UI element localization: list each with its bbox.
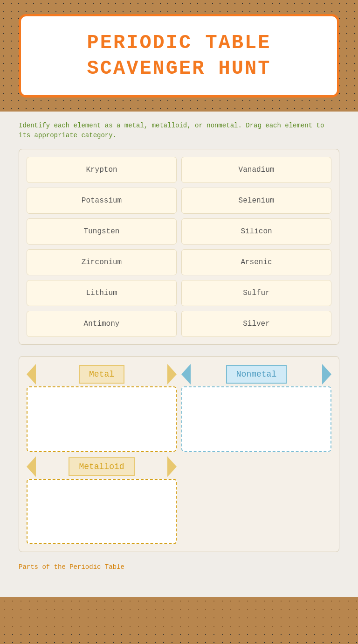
metalloid-ribbon-left xyxy=(27,456,36,477)
element-item[interactable]: Tungsten xyxy=(27,218,177,245)
element-item[interactable]: Sulfur xyxy=(181,280,331,306)
metalloid-ribbon-right xyxy=(167,456,177,477)
bottom-section xyxy=(0,597,358,634)
metalloid-zone-wrapper: Metalloid xyxy=(27,456,177,544)
element-item[interactable]: Antimony xyxy=(27,311,177,337)
drop-zones-section: Metal Nonmetal Metalloid xyxy=(19,356,339,552)
empty-zone-wrapper xyxy=(181,456,331,544)
nonmetal-zone-wrapper: Nonmetal xyxy=(181,364,331,452)
footer-link[interactable]: Parts of the Periodic Table xyxy=(19,563,339,571)
nonmetal-ribbon-right xyxy=(322,364,331,385)
element-item[interactable]: Zirconium xyxy=(27,249,177,275)
top-drop-row: Metal Nonmetal xyxy=(27,364,331,452)
element-item[interactable]: Krypton xyxy=(27,157,177,183)
metalloid-drop-area[interactable] xyxy=(27,479,177,544)
nonmetal-banner: Nonmetal xyxy=(181,364,331,385)
element-item[interactable]: Selenium xyxy=(181,188,331,214)
nonmetal-drop-area[interactable] xyxy=(181,386,331,452)
element-item[interactable]: Silicon xyxy=(181,218,331,245)
page-title: PERIODIC TABLE SCAVENGER HUNT xyxy=(40,30,318,81)
metal-drop-area[interactable] xyxy=(27,386,177,452)
elements-grid: KryptonVanadiumPotassiumSeleniumTungsten… xyxy=(27,157,331,337)
element-item[interactable]: Potassium xyxy=(27,188,177,214)
metal-banner: Metal xyxy=(27,364,177,385)
bottom-drop-row: Metalloid xyxy=(27,456,331,544)
metalloid-banner: Metalloid xyxy=(27,456,177,477)
metal-zone-wrapper: Metal xyxy=(27,364,177,452)
element-item[interactable]: Silver xyxy=(181,311,331,337)
metalloid-label: Metalloid xyxy=(69,457,134,476)
elements-container: KryptonVanadiumPotassiumSeleniumTungsten… xyxy=(19,149,339,345)
element-item[interactable]: Arsenic xyxy=(181,249,331,275)
metal-label: Metal xyxy=(79,365,124,384)
title-card: PERIODIC TABLE SCAVENGER HUNT xyxy=(19,14,339,98)
metal-ribbon-right xyxy=(167,364,177,385)
nonmetal-label: Nonmetal xyxy=(226,365,287,384)
instructions-text: Identify each element as a metal, metall… xyxy=(19,121,339,140)
element-item[interactable]: Vanadium xyxy=(181,157,331,183)
nonmetal-ribbon-left xyxy=(181,364,191,385)
metal-ribbon-left xyxy=(27,364,36,385)
element-item[interactable]: Lithium xyxy=(27,280,177,306)
